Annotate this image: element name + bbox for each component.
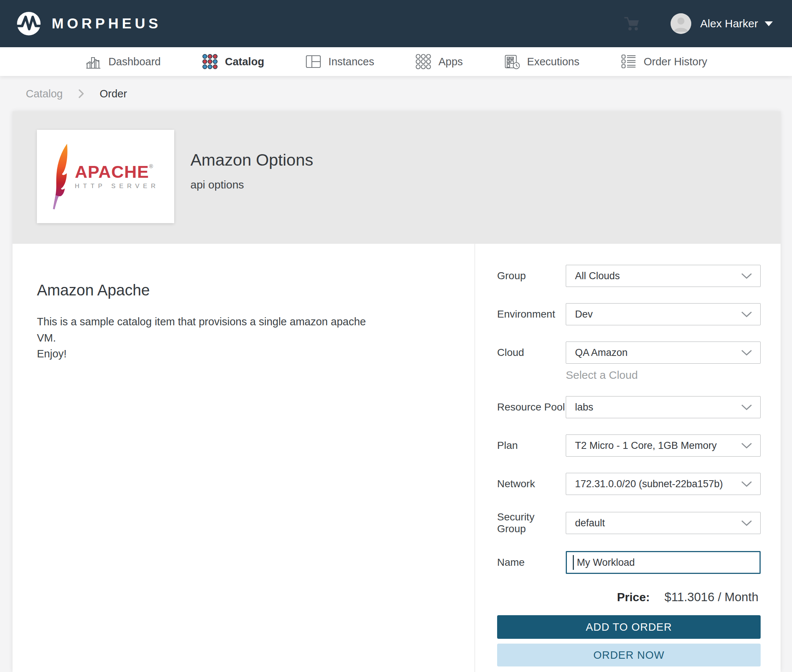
chevron-right-icon	[78, 89, 84, 99]
catalog-item-logo-card: APACHE® HTTP SERVER	[37, 130, 174, 223]
chevron-down-icon	[741, 349, 752, 356]
catalog-icon	[202, 53, 218, 70]
item-heading: Amazon Apache	[37, 282, 445, 299]
text-cursor	[573, 555, 574, 570]
chevron-down-icon	[741, 272, 752, 279]
cloud-helper-text: Select a Cloud	[566, 369, 761, 381]
resource-pool-select[interactable]: labs	[566, 396, 761, 418]
plan-select[interactable]: T2 Micro - 1 Core, 1GB Memory	[566, 435, 761, 457]
brand-name: MORPHEUS	[52, 16, 161, 32]
environment-select[interactable]: Dev	[566, 303, 761, 325]
select-value: Dev	[575, 309, 593, 320]
apache-wordmark: APACHE®	[75, 163, 159, 180]
morpheus-logo-icon	[16, 11, 41, 36]
breadcrumb-current: Order	[99, 88, 127, 100]
nav-label: Instances	[329, 56, 374, 68]
item-description: This is a sample catalog item that provi…	[37, 314, 369, 362]
dashboard-icon	[85, 53, 102, 70]
field-row-name: Name My Workload	[497, 551, 761, 574]
nav-label: Dashboard	[109, 56, 161, 68]
field-label: Cloud	[497, 347, 566, 358]
nav-label: Order History	[644, 56, 707, 68]
nav-label: Executions	[527, 56, 579, 68]
breadcrumb: Catalog Order	[0, 76, 792, 111]
nav-item-catalog[interactable]: Catalog	[202, 53, 264, 70]
user-name: Alex Harker	[700, 18, 758, 30]
apps-icon	[415, 53, 432, 70]
field-row-network: Network 172.31.0.0/20 (subnet-22ba157b)	[497, 473, 761, 495]
field-label: Group	[497, 270, 566, 282]
apache-feather-icon	[52, 142, 71, 211]
field-row-group: Group All Clouds	[497, 265, 761, 287]
name-input-value: My Workload	[577, 557, 635, 568]
nav-label: Catalog	[225, 56, 264, 68]
nav-item-executions[interactable]: Executions	[503, 53, 579, 70]
field-label: Name	[497, 557, 566, 568]
cart-icon[interactable]	[623, 14, 643, 34]
top-navbar: MORPHEUS Alex Harker	[0, 0, 792, 47]
page-subtitle: api options	[191, 179, 313, 191]
order-form-panel: Group All Clouds Environment Dev Cloud Q…	[475, 244, 781, 672]
nav-item-dashboard[interactable]: Dashboard	[85, 53, 161, 70]
security-group-select[interactable]: default	[566, 512, 761, 534]
field-label: Resource Pool	[497, 401, 566, 413]
field-row-environment: Environment Dev	[497, 303, 761, 325]
hero-section: APACHE® HTTP SERVER Amazon Options api o…	[13, 111, 781, 244]
field-row-plan: Plan T2 Micro - 1 Core, 1GB Memory	[497, 435, 761, 457]
select-value: All Clouds	[575, 270, 620, 282]
name-input[interactable]: My Workload	[566, 551, 761, 574]
field-label: Network	[497, 478, 566, 490]
field-row-resource-pool: Resource Pool labs	[497, 396, 761, 418]
add-to-order-button[interactable]: ADD TO ORDER	[497, 615, 761, 639]
network-select[interactable]: 172.31.0.0/20 (subnet-22ba157b)	[566, 473, 761, 495]
nav-item-instances[interactable]: Instances	[305, 53, 374, 70]
order-now-button[interactable]: ORDER NOW	[497, 643, 761, 666]
field-label: Security Group	[497, 511, 566, 535]
select-value: labs	[575, 402, 593, 413]
executions-icon	[503, 53, 520, 70]
brand[interactable]: MORPHEUS	[16, 11, 161, 36]
instances-icon	[305, 53, 322, 70]
field-label: Plan	[497, 440, 566, 451]
group-select[interactable]: All Clouds	[566, 265, 761, 287]
nav-item-order-history[interactable]: Order History	[620, 53, 707, 70]
field-label: Environment	[497, 308, 566, 320]
caret-down-icon	[765, 21, 773, 26]
main-nav: Dashboard Catalog Instances	[0, 47, 792, 76]
item-details-panel: Amazon Apache This is a sample catalog i…	[13, 244, 475, 672]
select-value: T2 Micro - 1 Core, 1GB Memory	[575, 440, 717, 451]
chevron-down-icon	[741, 481, 752, 487]
avatar	[670, 13, 691, 34]
field-row-cloud: Cloud QA Amazon	[497, 342, 761, 364]
apache-logo: APACHE® HTTP SERVER	[52, 142, 159, 211]
breadcrumb-catalog-link[interactable]: Catalog	[26, 88, 63, 100]
price-label: Price:	[617, 590, 650, 604]
field-row-security-group: Security Group default	[497, 511, 761, 535]
price-value: $11.3016 / Month	[665, 590, 758, 604]
price-row: Price: $11.3016 / Month	[497, 590, 758, 604]
order-history-icon	[620, 53, 637, 70]
select-value: default	[575, 517, 605, 529]
nav-item-apps[interactable]: Apps	[415, 53, 463, 70]
cloud-select[interactable]: QA Amazon	[566, 342, 761, 364]
content-card: APACHE® HTTP SERVER Amazon Options api o…	[13, 111, 781, 672]
apache-sub-wordmark: HTTP SERVER	[75, 182, 159, 190]
select-value: 172.31.0.0/20 (subnet-22ba157b)	[575, 478, 723, 490]
user-menu[interactable]: Alex Harker	[670, 13, 773, 34]
chevron-down-icon	[741, 442, 752, 449]
select-value: QA Amazon	[575, 347, 628, 358]
page-title: Amazon Options	[191, 150, 313, 170]
chevron-down-icon	[741, 404, 752, 411]
nav-label: Apps	[438, 56, 463, 68]
chevron-down-icon	[741, 520, 752, 526]
chevron-down-icon	[741, 311, 752, 318]
